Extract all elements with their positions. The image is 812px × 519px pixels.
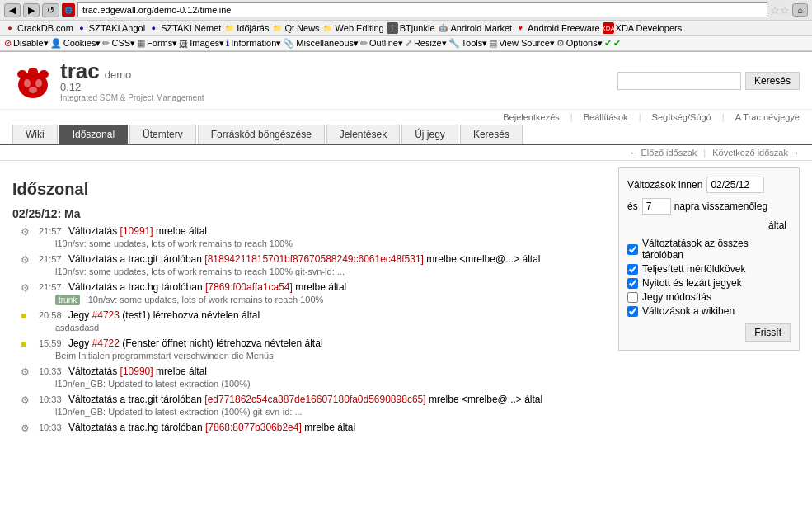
toolbar-forms[interactable]: ▦ Forms▾	[137, 38, 177, 49]
qtnews-icon: 📁	[271, 22, 283, 34]
item-link[interactable]: [81894211815701bf87670588249c6061ec48f53…	[204, 253, 424, 265]
changeset-icon: ⚙	[21, 366, 34, 380]
toolbar-options[interactable]: ⚙ Options▾	[556, 38, 603, 49]
item-link[interactable]: [10990]	[120, 366, 153, 377]
home-button[interactable]: ⌂	[792, 3, 808, 17]
toolbar-viewsource[interactable]: ▤ View Source▾	[489, 38, 555, 49]
filter-cb-wiki[interactable]	[627, 306, 638, 317]
item-link[interactable]: [ed771862c54ca387de16607180fa0d5690898c6…	[204, 394, 425, 405]
refresh-button[interactable]: ↺	[42, 3, 59, 17]
item-body: 10:33 Változtatás a trac.git tárolóban […	[39, 394, 800, 417]
changeset-icon: ⚙	[21, 422, 34, 436]
item-link[interactable]: #4723	[92, 309, 120, 321]
timeline-item: ■ 20:58 Jegy #4723 (test1) létrehozva né…	[12, 309, 618, 333]
toolbar-check1[interactable]: ✔	[604, 38, 612, 49]
bookmark-label: CrackDB.com	[17, 23, 73, 33]
changeset-icon: ⚙	[21, 394, 34, 408]
bookmark-qtnews[interactable]: 📁 Qt News	[271, 22, 319, 34]
tab-jelentesek[interactable]: Jelentések	[326, 125, 400, 144]
bookmark-webediting[interactable]: 📁 Web Editing	[322, 22, 384, 34]
toolbar-disable[interactable]: ⊘ Disable▾	[4, 38, 49, 49]
item-body: 21:57 Változtatás a trac.hg tárolóban [7…	[39, 281, 618, 304]
bookmark-android-market[interactable]: 🤖 Android Market	[438, 22, 513, 34]
filter-refresh-button[interactable]: Frissít	[745, 323, 791, 342]
sztaki-nemet-icon: ●	[148, 22, 159, 34]
forward-button[interactable]: ▶	[23, 3, 40, 17]
link-segitseg[interactable]: Segítség/Súgó	[652, 112, 711, 122]
toolbar-cookies[interactable]: 👤 Cookies▾	[50, 38, 101, 49]
tab-uj-jegy[interactable]: Új jegy	[401, 125, 458, 144]
toolbar-outline[interactable]: ✏ Outline▾	[360, 38, 403, 49]
item-sub: asdasdasd	[39, 323, 618, 333]
filter-cb-valtoztatasok-label: Változtatások az összes tárolóban	[642, 238, 791, 261]
toolbar-images[interactable]: 🖼 Images▾	[179, 38, 224, 49]
tab-utemterv[interactable]: Ütemterv	[129, 125, 196, 144]
filter-days-suffix: napra visszamenőleg	[674, 201, 767, 212]
item-desc: Változtatás [10991] mrelbe által	[68, 225, 207, 237]
item-time: 15:59	[39, 338, 62, 348]
sep3: |	[722, 112, 725, 122]
bookmark-xda[interactable]: XDA XDA Developers	[603, 22, 683, 34]
back-button[interactable]: ◀	[4, 3, 21, 17]
filter-date-input[interactable]	[706, 177, 764, 193]
sep2: |	[639, 112, 641, 122]
trac-search-input[interactable]	[617, 72, 741, 90]
bookmark-label: Android Market	[451, 23, 513, 33]
item-text-before: Változtatás a trac.hg tárolóban	[68, 281, 203, 293]
item-body: 10:33 Változtatás a trac.hg tárolóban [7…	[39, 422, 800, 433]
trac-paw-icon	[12, 60, 54, 101]
address-bar[interactable]	[77, 2, 767, 17]
item-link[interactable]: [7869:f00affa1ca54]	[205, 281, 293, 293]
filter-cb-jegyek[interactable]	[627, 278, 638, 289]
item-text-before: Változtatás a trac.git tárolóban	[68, 253, 202, 265]
link-bejelentkezes[interactable]: Bejelentkezés	[503, 112, 560, 122]
toolbar-bar: ⊘ Disable▾ 👤 Cookies▾ ✏ CSS▾ ▦ Forms▾ 🖼 …	[0, 36, 812, 51]
webediting-icon: 📁	[322, 22, 334, 34]
svg-point-2	[28, 68, 38, 76]
link-beallitasok[interactable]: Beállítások	[584, 112, 628, 122]
item-body: 21:57 Változtatás [10991] mrelbe által l…	[39, 225, 618, 248]
toolbar-miscellaneous[interactable]: 📎 Miscellaneous▾	[283, 38, 359, 49]
next-period-link[interactable]: Következő időszak →	[712, 148, 800, 158]
content-area: Változások innen és napra visszamenőleg …	[0, 167, 812, 449]
bookmark-android-freeware[interactable]: ♥ Android Freeware	[514, 22, 599, 34]
filter-by-label: által	[768, 219, 786, 231]
toolbar-resize[interactable]: ⤢ Resize▾	[405, 38, 447, 49]
item-link[interactable]: [10991]	[120, 225, 153, 237]
bookmark-idojaras[interactable]: 📁 Időjárás	[223, 22, 269, 34]
item-text-after: mrelbe által	[156, 366, 207, 377]
item-time: 21:57	[39, 254, 62, 264]
toolbar-css[interactable]: ✏ CSS▾	[102, 38, 135, 49]
trac-search-button[interactable]: Keresés	[745, 72, 800, 90]
tab-forraskod[interactable]: Forráskód böngészése	[198, 125, 325, 144]
item-link[interactable]: #4722	[92, 337, 120, 349]
bookmark-sztaki-nemet[interactable]: ● SZTAKI Német	[148, 22, 221, 34]
item-body: 10:33 Változtatás [10990] mrelbe által l…	[39, 366, 800, 389]
item-text-before: Jegy	[68, 309, 89, 321]
filter-days-input[interactable]	[642, 198, 671, 215]
bookmark-sztaki-angol[interactable]: ● SZTAKI Angol	[76, 22, 145, 34]
toolbar-information[interactable]: ℹ Information▾	[226, 38, 281, 49]
tab-wiki[interactable]: Wiki	[12, 125, 58, 144]
filter-cb-valtoztatasok[interactable]	[627, 244, 638, 255]
item-text-before: Jegy	[68, 337, 89, 349]
filter-cb-merfoldkovek-label: Teljesített mérföldkövek	[642, 263, 745, 275]
link-nevjegy[interactable]: A Trac névjegye	[735, 112, 800, 122]
tab-kereses[interactable]: Keresés	[460, 125, 523, 144]
trunk-tag: trunk	[55, 295, 80, 305]
toolbar-check2[interactable]: ✔	[613, 38, 621, 49]
prev-period-link[interactable]: ← Előző időszak	[629, 148, 697, 158]
item-link[interactable]: [7868:8077b306b2e4]	[205, 422, 302, 433]
filter-checkbox-5: Változások a wikiben	[627, 305, 791, 317]
item-time: 20:58	[39, 310, 62, 320]
svg-point-5	[35, 79, 42, 87]
bookmark-btjunkie[interactable]: j BTjunkie	[387, 22, 435, 34]
ticket-icon: ■	[21, 338, 34, 352]
bookmark-crackdb[interactable]: ● CrackDB.com	[4, 22, 73, 34]
tab-idovonal[interactable]: Időszonal	[59, 125, 128, 144]
item-sub: l10n/en_GB: Updated to latest extraction…	[39, 379, 800, 389]
toolbar-tools[interactable]: 🔧 Tools▾	[448, 38, 488, 49]
filter-cb-jegy-modositas[interactable]	[627, 292, 638, 303]
filter-cb-merfoldkovek[interactable]	[627, 264, 638, 275]
filter-cb-jegy-modositas-label: Jegy módosítás	[642, 291, 711, 303]
